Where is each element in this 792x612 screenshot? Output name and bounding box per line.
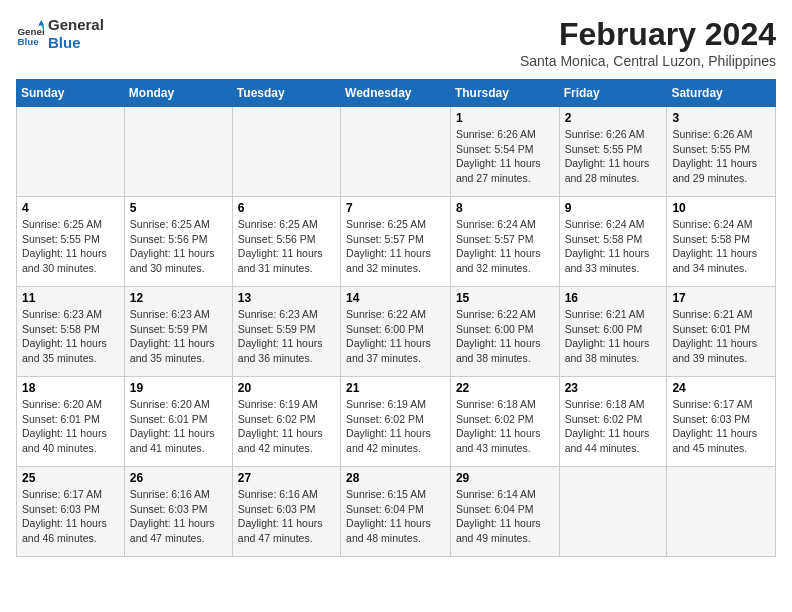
- calendar-cell: 2Sunrise: 6:26 AM Sunset: 5:55 PM Daylig…: [559, 107, 667, 197]
- day-info: Sunrise: 6:24 AM Sunset: 5:57 PM Dayligh…: [456, 217, 554, 276]
- calendar-cell: 12Sunrise: 6:23 AM Sunset: 5:59 PM Dayli…: [124, 287, 232, 377]
- svg-text:Blue: Blue: [17, 36, 39, 47]
- day-info: Sunrise: 6:25 AM Sunset: 5:56 PM Dayligh…: [130, 217, 227, 276]
- logo-icon: General Blue: [16, 20, 44, 48]
- calendar-cell: 26Sunrise: 6:16 AM Sunset: 6:03 PM Dayli…: [124, 467, 232, 557]
- calendar-week-row: 11Sunrise: 6:23 AM Sunset: 5:58 PM Dayli…: [17, 287, 776, 377]
- header-tuesday: Tuesday: [232, 80, 340, 107]
- day-info: Sunrise: 6:20 AM Sunset: 6:01 PM Dayligh…: [130, 397, 227, 456]
- day-number: 3: [672, 111, 770, 125]
- day-number: 18: [22, 381, 119, 395]
- day-info: Sunrise: 6:21 AM Sunset: 6:00 PM Dayligh…: [565, 307, 662, 366]
- calendar-cell: 19Sunrise: 6:20 AM Sunset: 6:01 PM Dayli…: [124, 377, 232, 467]
- calendar-cell: [667, 467, 776, 557]
- day-info: Sunrise: 6:24 AM Sunset: 5:58 PM Dayligh…: [672, 217, 770, 276]
- calendar-cell: 22Sunrise: 6:18 AM Sunset: 6:02 PM Dayli…: [450, 377, 559, 467]
- day-info: Sunrise: 6:24 AM Sunset: 5:58 PM Dayligh…: [565, 217, 662, 276]
- day-info: Sunrise: 6:15 AM Sunset: 6:04 PM Dayligh…: [346, 487, 445, 546]
- calendar-cell: 9Sunrise: 6:24 AM Sunset: 5:58 PM Daylig…: [559, 197, 667, 287]
- day-number: 2: [565, 111, 662, 125]
- day-number: 7: [346, 201, 445, 215]
- calendar-cell: 1Sunrise: 6:26 AM Sunset: 5:54 PM Daylig…: [450, 107, 559, 197]
- calendar-cell: 24Sunrise: 6:17 AM Sunset: 6:03 PM Dayli…: [667, 377, 776, 467]
- day-info: Sunrise: 6:25 AM Sunset: 5:56 PM Dayligh…: [238, 217, 335, 276]
- day-info: Sunrise: 6:22 AM Sunset: 6:00 PM Dayligh…: [456, 307, 554, 366]
- calendar-cell: 10Sunrise: 6:24 AM Sunset: 5:58 PM Dayli…: [667, 197, 776, 287]
- header-sunday: Sunday: [17, 80, 125, 107]
- calendar-header-row: SundayMondayTuesdayWednesdayThursdayFrid…: [17, 80, 776, 107]
- day-number: 15: [456, 291, 554, 305]
- calendar-cell: 17Sunrise: 6:21 AM Sunset: 6:01 PM Dayli…: [667, 287, 776, 377]
- svg-marker-2: [38, 20, 44, 26]
- calendar-cell: 29Sunrise: 6:14 AM Sunset: 6:04 PM Dayli…: [450, 467, 559, 557]
- calendar-cell: [17, 107, 125, 197]
- day-number: 17: [672, 291, 770, 305]
- day-info: Sunrise: 6:18 AM Sunset: 6:02 PM Dayligh…: [456, 397, 554, 456]
- day-info: Sunrise: 6:26 AM Sunset: 5:54 PM Dayligh…: [456, 127, 554, 186]
- header-wednesday: Wednesday: [341, 80, 451, 107]
- day-number: 27: [238, 471, 335, 485]
- calendar-cell: 13Sunrise: 6:23 AM Sunset: 5:59 PM Dayli…: [232, 287, 340, 377]
- calendar-week-row: 25Sunrise: 6:17 AM Sunset: 6:03 PM Dayli…: [17, 467, 776, 557]
- calendar-cell: 25Sunrise: 6:17 AM Sunset: 6:03 PM Dayli…: [17, 467, 125, 557]
- day-number: 22: [456, 381, 554, 395]
- calendar-cell: [124, 107, 232, 197]
- day-number: 16: [565, 291, 662, 305]
- header-friday: Friday: [559, 80, 667, 107]
- day-number: 19: [130, 381, 227, 395]
- day-info: Sunrise: 6:25 AM Sunset: 5:55 PM Dayligh…: [22, 217, 119, 276]
- calendar-cell: 16Sunrise: 6:21 AM Sunset: 6:00 PM Dayli…: [559, 287, 667, 377]
- day-info: Sunrise: 6:16 AM Sunset: 6:03 PM Dayligh…: [238, 487, 335, 546]
- logo: General Blue General Blue: [16, 16, 104, 52]
- calendar-cell: 15Sunrise: 6:22 AM Sunset: 6:00 PM Dayli…: [450, 287, 559, 377]
- day-number: 20: [238, 381, 335, 395]
- calendar-cell: 23Sunrise: 6:18 AM Sunset: 6:02 PM Dayli…: [559, 377, 667, 467]
- day-info: Sunrise: 6:20 AM Sunset: 6:01 PM Dayligh…: [22, 397, 119, 456]
- calendar-cell: 27Sunrise: 6:16 AM Sunset: 6:03 PM Dayli…: [232, 467, 340, 557]
- day-number: 29: [456, 471, 554, 485]
- calendar-cell: 4Sunrise: 6:25 AM Sunset: 5:55 PM Daylig…: [17, 197, 125, 287]
- day-info: Sunrise: 6:16 AM Sunset: 6:03 PM Dayligh…: [130, 487, 227, 546]
- day-info: Sunrise: 6:22 AM Sunset: 6:00 PM Dayligh…: [346, 307, 445, 366]
- page-title: February 2024: [520, 16, 776, 53]
- day-number: 14: [346, 291, 445, 305]
- day-number: 6: [238, 201, 335, 215]
- page-header: General Blue General Blue February 2024 …: [16, 16, 776, 69]
- title-area: February 2024 Santa Monica, Central Luzo…: [520, 16, 776, 69]
- day-info: Sunrise: 6:17 AM Sunset: 6:03 PM Dayligh…: [672, 397, 770, 456]
- day-info: Sunrise: 6:14 AM Sunset: 6:04 PM Dayligh…: [456, 487, 554, 546]
- day-number: 9: [565, 201, 662, 215]
- calendar-cell: 21Sunrise: 6:19 AM Sunset: 6:02 PM Dayli…: [341, 377, 451, 467]
- day-info: Sunrise: 6:26 AM Sunset: 5:55 PM Dayligh…: [565, 127, 662, 186]
- calendar-cell: [232, 107, 340, 197]
- day-number: 8: [456, 201, 554, 215]
- day-info: Sunrise: 6:26 AM Sunset: 5:55 PM Dayligh…: [672, 127, 770, 186]
- calendar-cell: 8Sunrise: 6:24 AM Sunset: 5:57 PM Daylig…: [450, 197, 559, 287]
- calendar-cell: [341, 107, 451, 197]
- day-number: 26: [130, 471, 227, 485]
- calendar-cell: 11Sunrise: 6:23 AM Sunset: 5:58 PM Dayli…: [17, 287, 125, 377]
- day-info: Sunrise: 6:23 AM Sunset: 5:59 PM Dayligh…: [238, 307, 335, 366]
- calendar-week-row: 1Sunrise: 6:26 AM Sunset: 5:54 PM Daylig…: [17, 107, 776, 197]
- logo-line2: Blue: [48, 34, 104, 52]
- calendar-cell: 18Sunrise: 6:20 AM Sunset: 6:01 PM Dayli…: [17, 377, 125, 467]
- calendar-table: SundayMondayTuesdayWednesdayThursdayFrid…: [16, 79, 776, 557]
- logo-line1: General: [48, 16, 104, 34]
- calendar-cell: 6Sunrise: 6:25 AM Sunset: 5:56 PM Daylig…: [232, 197, 340, 287]
- day-number: 5: [130, 201, 227, 215]
- day-number: 25: [22, 471, 119, 485]
- day-number: 4: [22, 201, 119, 215]
- calendar-week-row: 18Sunrise: 6:20 AM Sunset: 6:01 PM Dayli…: [17, 377, 776, 467]
- page-subtitle: Santa Monica, Central Luzon, Philippines: [520, 53, 776, 69]
- day-number: 10: [672, 201, 770, 215]
- calendar-cell: 5Sunrise: 6:25 AM Sunset: 5:56 PM Daylig…: [124, 197, 232, 287]
- day-info: Sunrise: 6:17 AM Sunset: 6:03 PM Dayligh…: [22, 487, 119, 546]
- day-info: Sunrise: 6:21 AM Sunset: 6:01 PM Dayligh…: [672, 307, 770, 366]
- day-info: Sunrise: 6:18 AM Sunset: 6:02 PM Dayligh…: [565, 397, 662, 456]
- day-info: Sunrise: 6:23 AM Sunset: 5:59 PM Dayligh…: [130, 307, 227, 366]
- day-number: 24: [672, 381, 770, 395]
- calendar-cell: 3Sunrise: 6:26 AM Sunset: 5:55 PM Daylig…: [667, 107, 776, 197]
- header-monday: Monday: [124, 80, 232, 107]
- day-number: 12: [130, 291, 227, 305]
- header-saturday: Saturday: [667, 80, 776, 107]
